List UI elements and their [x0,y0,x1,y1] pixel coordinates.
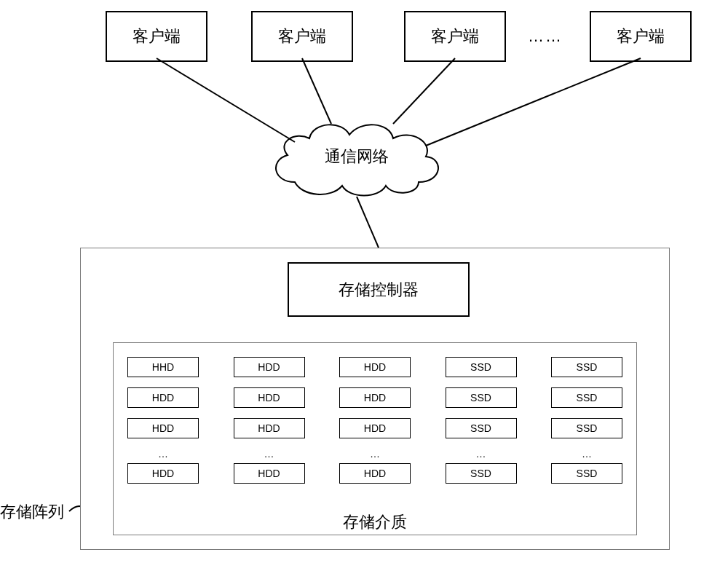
drive-row-4: HDD HDD HDD SSD SSD [127,463,622,484]
drive-ssd: SSD [551,387,622,408]
drive-row-3: HDD HDD HDD SSD SSD [127,418,622,438]
drive-hdd: HDD [339,463,411,484]
drive-ssd: SSD [446,387,517,408]
client-box-2: 客户端 [251,11,353,62]
drive-hdd: HDD [127,463,199,484]
drive-ssd: SSD [446,463,517,484]
drive-ssd: SSD [446,418,517,438]
drive-row-1: HHD HDD HDD SSD SSD [127,357,622,377]
drive-hdd: HDD [234,387,305,408]
client-box-1: 客户端 [106,11,207,62]
network-label: 通信网络 [309,146,404,168]
client-box-3: 客户端 [404,11,506,62]
drive-row-2: HDD HDD HDD SSD SSD [127,387,622,408]
drive-dots: … [368,449,381,459]
drive-hdd: HDD [234,418,305,438]
drive-dots: … [475,449,488,459]
svg-line-3 [426,58,641,146]
drive-dots: … [157,449,170,459]
drive-dots: … [580,449,593,459]
drive-dots: … [263,449,276,459]
drive-hdd: HDD [234,357,305,377]
drive-hdd: HDD [339,418,411,438]
drive-hdd: HDD [339,387,411,408]
drive-hdd: HDD [339,357,411,377]
storage-array-label: 存储阵列 [0,501,64,523]
drive-hdd: HDD [127,387,199,408]
storage-controller: 存储控制器 [288,262,470,317]
client-ellipsis: …… [528,27,563,46]
drive-ssd: SSD [551,357,622,377]
drive-ssd: SSD [551,463,622,484]
drive-ssd: SSD [446,357,517,377]
storage-media-label: 存储介质 [328,511,422,533]
drive-dots-row: … … … … … [127,449,622,459]
drive-hhd: HHD [127,357,199,377]
drive-hdd: HDD [234,463,305,484]
drive-grid: HHD HDD HDD SSD SSD HDD HDD HDD SSD SSD … [127,357,622,494]
drive-ssd: SSD [551,418,622,438]
client-box-4: 客户端 [590,11,692,62]
drive-hdd: HDD [127,418,199,438]
